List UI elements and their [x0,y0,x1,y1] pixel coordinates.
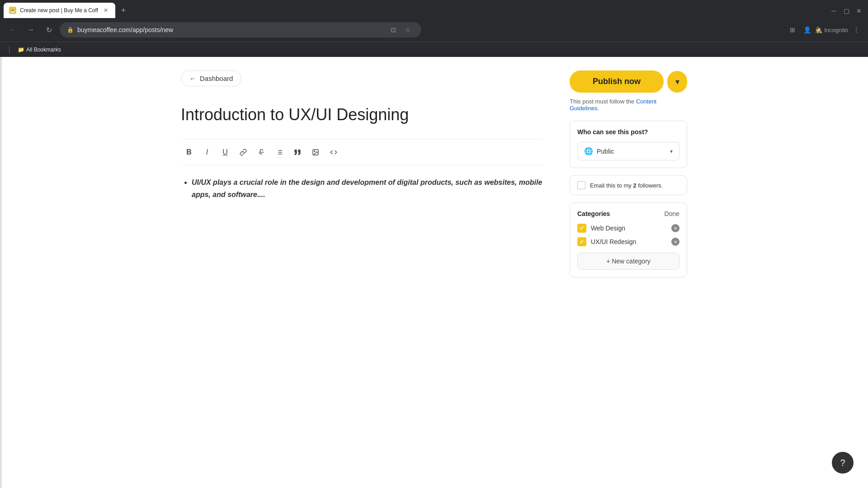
post-title[interactable]: Introduction to UX/UI Designing [181,104,542,126]
editor-area: ← Dashboard Introduction to UX/UI Design… [181,70,542,277]
tab-title: Create new post | Buy Me a Coff [20,7,98,14]
remove-icon-1: ✕ [674,226,677,231]
category-2-checkbox[interactable]: ✓ [577,237,586,246]
done-button[interactable]: Done [665,210,679,217]
underline-button[interactable]: U [217,144,233,160]
email-followers-row: Email this to my 2 followers. [570,175,687,195]
extension-icon[interactable]: ⊞ [786,23,799,36]
quote-button[interactable] [289,144,306,160]
code-icon [330,149,337,156]
image-button[interactable] [307,144,324,160]
category-2-name: UX/UI Redesign [591,238,667,245]
right-sidebar: Publish now ▾ This post must follow the … [570,70,687,277]
category-1-checkbox[interactable]: ✓ [577,224,586,233]
category-item-2: ✓ UX/UI Redesign ✕ [577,237,679,246]
address-bar-row: ← → ↻ 🔒 buymeacoffee.com/app/posts/new ⊡… [0,18,868,42]
categories-header: Categories Done [577,210,679,217]
editor-content[interactable]: UI/UX plays a crucial role in the design… [181,176,542,267]
visibility-panel: Who can see this post? 🌐 Public ▾ [570,121,687,168]
active-tab[interactable]: ☕ Create new post | Buy Me a Coff ✕ [4,3,115,18]
visibility-dropdown-left: 🌐 Public [584,147,614,155]
bookmarks-icon: 📁 [18,47,24,53]
link-icon [240,149,247,156]
categories-title: Categories [577,210,610,217]
bookmark-star-icon[interactable]: ☆ [401,23,414,36]
all-bookmarks[interactable]: 📁 All Bookmarks [15,45,64,55]
incognito-badge: 🕵 Incognito [815,27,848,33]
maximize-btn[interactable]: ▢ [841,5,852,16]
address-bar-icons: ⊡ ☆ [387,23,414,36]
back-button[interactable]: ← [5,23,20,37]
incognito-icon: 🕵 [815,27,822,33]
new-tab-button[interactable]: + [117,4,130,17]
editor-toolbar: B I U [181,139,542,165]
forward-button[interactable]: → [24,23,38,37]
chevron-down-icon: ▾ [675,77,679,87]
dashboard-button[interactable]: ← Dashboard [181,70,241,86]
publish-now-button[interactable]: Publish now [570,70,664,93]
browser-action-buttons: ⊞ 👤 🕵 Incognito ⋮ [786,23,863,36]
close-btn[interactable]: ✕ [854,5,864,16]
strikethrough-button[interactable] [253,144,269,160]
email-label: Email this to my 2 followers. [590,182,663,189]
lock-icon: 🔒 [67,27,74,33]
email-checkbox[interactable] [577,181,585,189]
browser-menu-icon[interactable]: ⋮ [850,23,863,36]
visibility-dropdown[interactable]: 🌐 Public ▾ [577,142,679,160]
visibility-value: Public [597,148,614,155]
reload-button[interactable]: ↻ [42,23,56,37]
tab-favicon: ☕ [9,7,16,14]
globe-icon: 🌐 [584,147,593,155]
checkmark-icon-1: ✓ [580,225,584,231]
url-display: buymeacoffee.com/app/posts/new [77,26,383,33]
checkmark-icon-2: ✓ [580,239,584,245]
dropdown-arrow-icon: ▾ [670,148,673,155]
quote-icon [294,149,301,156]
tab-controls: ─ ▢ ✕ [828,5,864,18]
publish-dropdown-button[interactable]: ▾ [667,71,687,93]
strikethrough-icon [258,149,265,156]
bookmarks-bar: 📁 All Bookmarks [0,42,868,57]
content-list-item[interactable]: UI/UX plays a crucial role in the design… [192,176,542,201]
dashboard-label: Dashboard [200,75,233,82]
help-icon: ? [840,458,845,468]
new-category-button[interactable]: + New category [577,253,679,270]
category-2-remove-btn[interactable]: ✕ [671,238,679,246]
profile-icon[interactable]: 👤 [801,23,813,36]
category-1-name: Web Design [591,225,667,232]
image-icon [312,149,319,156]
link-button[interactable] [235,144,251,160]
incognito-label: Incognito [824,27,848,33]
left-bar [0,57,2,488]
bookmarks-separator [9,46,9,53]
tab-bar: ☕ Create new post | Buy Me a Coff ✕ + ─ … [0,0,868,18]
publish-area: Publish now ▾ [570,70,687,93]
page-inner: ← Dashboard Introduction to UX/UI Design… [163,57,705,291]
list-button[interactable] [271,144,288,160]
category-item-1: ✓ Web Design ✕ [577,224,679,233]
content-guidelines-text: This post must follow the Content Guidel… [570,98,687,112]
picture-in-picture-icon[interactable]: ⊡ [387,23,400,36]
back-arrow-icon: ← [189,75,196,82]
remove-icon-2: ✕ [674,239,677,244]
bookmarks-label: All Bookmarks [26,47,61,53]
address-bar[interactable]: 🔒 buymeacoffee.com/app/posts/new ⊡ ☆ [60,22,421,38]
browser-window: ☕ Create new post | Buy Me a Coff ✕ + ─ … [0,0,868,488]
code-button[interactable] [326,144,342,160]
help-button[interactable]: ? [832,452,854,474]
category-1-remove-btn[interactable]: ✕ [671,224,679,232]
visibility-title: Who can see this post? [577,128,679,136]
tab-close-btn[interactable]: ✕ [102,6,110,14]
page-content: ← Dashboard Introduction to UX/UI Design… [0,57,868,488]
svg-point-8 [314,150,315,151]
categories-panel: Categories Done ✓ Web Design ✕ [570,202,687,277]
italic-button[interactable]: I [199,144,215,160]
list-icon [276,149,283,156]
bold-button[interactable]: B [181,144,197,160]
minimize-btn[interactable]: ─ [828,5,839,16]
